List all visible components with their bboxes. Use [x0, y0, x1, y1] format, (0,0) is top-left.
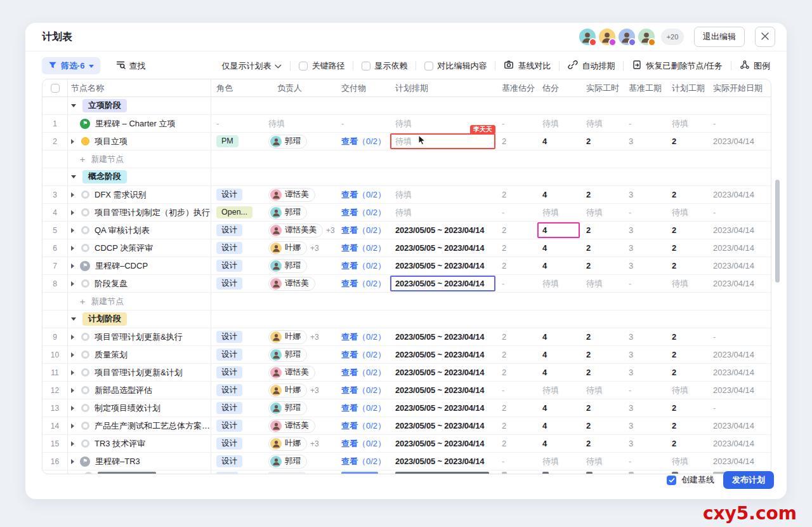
schedule-cell[interactable]: 2023/05/05 ~ 2023/04/14: [390, 328, 497, 345]
deliverable-link[interactable]: 查看（0/2）: [341, 278, 386, 290]
node-name-cell[interactable]: TR3 技术评审: [68, 435, 211, 452]
owner-chip[interactable]: 叶娜: [268, 384, 307, 397]
schedule-cell[interactable]: 2023/05/05 ~ 2023/04/14: [390, 417, 497, 434]
role-badge[interactable]: 设计: [216, 437, 242, 450]
node-name-cell[interactable]: CDCP 决策评审: [68, 239, 211, 257]
owner-cell[interactable]: 郭瑁: [266, 399, 337, 417]
value-cell-1[interactable]: 4: [537, 133, 581, 150]
deliverable-link[interactable]: 查看（0/2）: [341, 243, 386, 254]
owner-chip[interactable]: 叶娜: [268, 330, 307, 344]
schedule-cell[interactable]: 待填: [390, 115, 497, 132]
schedule-cell[interactable]: 2023/05/05 ~ 2023/04/14: [390, 382, 497, 399]
value-cell-5[interactable]: 2023/04/14: [708, 453, 771, 470]
owner-chip[interactable]: 谭恬美美: [268, 223, 323, 237]
role-cell[interactable]: 设计: [211, 346, 266, 363]
owner-cell[interactable]: 郭瑁: [266, 204, 337, 221]
schedule-cell[interactable]: 2023/05/05 ~ 2023/04/14: [390, 364, 497, 381]
owner-cell[interactable]: 叶娜+3: [266, 239, 337, 257]
owner-chip[interactable]: 叶娜: [268, 241, 307, 255]
value-cell-4[interactable]: 2: [667, 364, 708, 381]
value-cell-2[interactable]: 待填: [581, 382, 624, 399]
value-cell-0[interactable]: 2: [497, 328, 537, 345]
value-cell-4[interactable]: 待填: [667, 382, 708, 399]
add-node-row[interactable]: +新建节点: [43, 150, 771, 168]
deliverable-cell[interactable]: 查看（0/2）: [337, 382, 390, 399]
schedule-cell[interactable]: 2023/05/05 ~ 2023/04/14: [390, 399, 497, 417]
expand-caret-icon[interactable]: [71, 210, 74, 215]
owner-cell[interactable]: 谭恬美: [266, 275, 337, 292]
owner-cell[interactable]: 叶娜+3: [266, 328, 337, 345]
expand-caret-icon[interactable]: [71, 441, 74, 446]
add-node-row[interactable]: +新建节点: [43, 293, 771, 310]
deliverable-cell[interactable]: 查看（0/2）: [337, 222, 390, 239]
value-cell-2[interactable]: 待填: [581, 275, 624, 292]
view-filter-select[interactable]: 仅显示计划表: [221, 60, 282, 72]
owner-chip[interactable]: 郭瑁: [268, 259, 307, 273]
owner-cell[interactable]: 郭瑁: [266, 257, 337, 274]
role-badge[interactable]: 设计: [216, 260, 242, 272]
member-avatar[interactable]: [599, 29, 615, 45]
value-cell-5[interactable]: 2023/04/14: [708, 133, 771, 150]
value-cell-4[interactable]: 待填: [667, 115, 708, 132]
deliverable-link[interactable]: 查看（0/2）: [341, 331, 386, 343]
value-cell-3[interactable]: -: [624, 382, 667, 399]
value-cell-0[interactable]: 2: [497, 222, 537, 239]
expand-caret-icon[interactable]: [71, 281, 74, 286]
value-cell-0[interactable]: 2: [497, 239, 537, 257]
expand-caret-icon[interactable]: [71, 228, 74, 233]
expand-caret-icon[interactable]: [71, 335, 74, 340]
expand-caret-icon[interactable]: [71, 459, 74, 464]
schedule-cell[interactable]: 2023/05/05 ~ 2023/04/14: [390, 275, 497, 292]
value-cell-2[interactable]: 2: [581, 239, 624, 257]
node-name-cell[interactable]: 项目管理计划更新&计划: [68, 364, 211, 381]
role-badge[interactable]: 设计: [216, 277, 242, 290]
role-cell[interactable]: 设计: [211, 435, 266, 452]
value-cell-1[interactable]: 待填: [537, 204, 581, 221]
role-badge[interactable]: 设计: [216, 189, 242, 201]
owner-cell[interactable]: 谭恬美: [266, 186, 337, 203]
role-badge[interactable]: 设计: [216, 402, 242, 414]
expand-caret-icon[interactable]: [71, 139, 74, 144]
owner-chip[interactable]: 郭瑁: [268, 401, 307, 415]
checkbox-icon[interactable]: [424, 62, 433, 70]
deliverable-cell[interactable]: 查看（0/2）: [337, 133, 390, 150]
deliverable-cell[interactable]: 查看（0/2）: [337, 399, 390, 417]
value-cell-1[interactable]: 4: [537, 417, 581, 434]
toggle-compare-edits[interactable]: 对比编辑内容: [424, 60, 487, 72]
role-badge[interactable]: 设计: [216, 331, 242, 343]
role-cell[interactable]: -: [211, 115, 266, 132]
deliverable-link[interactable]: 查看（0/2）: [341, 225, 386, 236]
publish-plan-button[interactable]: 发布计划: [723, 471, 774, 489]
create-baseline-checkbox[interactable]: [667, 476, 676, 485]
value-cell-3[interactable]: 3: [624, 133, 667, 150]
value-cell-2[interactable]: 2: [581, 435, 624, 452]
value-cell-2[interactable]: 待填: [581, 115, 624, 132]
deliverable-link[interactable]: 查看（0/2）: [341, 367, 386, 378]
node-name-cell[interactable]: 项目管理计划制定（初步）执行: [68, 204, 211, 221]
role-cell[interactable]: 设计: [211, 364, 266, 381]
value-cell-0[interactable]: 2: [497, 399, 537, 417]
schedule-cell[interactable]: 2023/05/05 ~ 2023/04/14: [390, 346, 497, 363]
value-cell-2[interactable]: 2: [581, 399, 624, 417]
owner-chip[interactable]: 郭瑁: [268, 348, 307, 362]
schedule-cell[interactable]: 2023/05/05 ~ 2023/04/14: [390, 239, 497, 257]
value-cell-1[interactable]: 待填: [537, 382, 581, 399]
value-cell-3[interactable]: 3: [624, 364, 667, 381]
value-cell-2[interactable]: 2: [581, 133, 624, 150]
value-cell-4[interactable]: 2: [667, 186, 708, 203]
owner-chip[interactable]: 谭恬美: [268, 277, 315, 291]
find-button[interactable]: 查找: [115, 60, 146, 72]
action-baseline-compare[interactable]: 基线对比: [504, 60, 551, 72]
value-cell-5[interactable]: -: [708, 115, 771, 132]
value-cell-3[interactable]: 3: [624, 435, 667, 452]
value-cell-2[interactable]: 待填: [581, 204, 624, 221]
value-cell-5[interactable]: 2023/04/14: [708, 364, 771, 381]
node-name-cell[interactable]: 产品生产测试和工艺总体方案设计: [68, 417, 211, 434]
deliverable-cell[interactable]: 查看（0/2）: [337, 257, 390, 274]
owner-cell[interactable]: 待填: [266, 115, 337, 132]
value-cell-4[interactable]: 待填: [667, 204, 708, 221]
value-cell-5[interactable]: 2023/04/14: [708, 346, 771, 363]
node-name-cell[interactable]: DFX 需求识别: [68, 186, 211, 203]
value-cell-0[interactable]: -: [497, 275, 537, 292]
expand-caret-icon[interactable]: [71, 192, 74, 197]
